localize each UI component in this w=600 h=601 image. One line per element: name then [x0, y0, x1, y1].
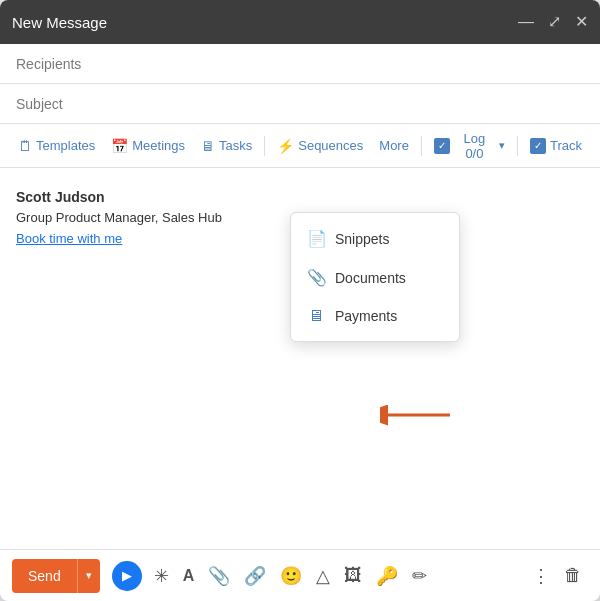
attach-button[interactable]: 📎 [202, 559, 236, 593]
more-options-button[interactable]: ⋮ [526, 559, 556, 593]
track-label: Track [550, 138, 582, 153]
window-controls: — ⤢ ✕ [518, 14, 588, 30]
tasks-button[interactable]: 🖥 Tasks [195, 134, 258, 158]
emoji-button[interactable]: 🙂 [274, 559, 308, 593]
log-checkbox-icon: ✓ [434, 138, 450, 154]
ai-button[interactable]: ✳ [148, 559, 175, 593]
link-button[interactable]: 🔗 [238, 559, 272, 593]
toolbar-divider-3 [517, 136, 518, 156]
trash-icon: 🗑 [564, 565, 582, 586]
payments-label: Payments [335, 308, 397, 324]
more-dots-icon: ⋮ [532, 565, 550, 587]
close-button[interactable]: ✕ [575, 14, 588, 30]
track-button[interactable]: ✓ Track [524, 134, 588, 158]
minimize-button[interactable]: — [518, 14, 534, 30]
snippets-label: Snippets [335, 231, 389, 247]
signature-button[interactable]: ✏ [406, 559, 433, 593]
log-button[interactable]: ✓ Log 0/0 ▾ [428, 127, 511, 165]
more-dropdown-menu: 📄 Snippets 📎 Documents 🖥 Payments [290, 212, 460, 342]
documents-label: Documents [335, 270, 406, 286]
title-bar: New Message — ⤢ ✕ [0, 0, 600, 44]
play-button[interactable]: ▶ [112, 561, 142, 591]
emoji-icon: 🙂 [280, 565, 302, 587]
tasks-icon: 🖥 [201, 138, 215, 154]
format-text-button[interactable]: A [177, 561, 201, 591]
subject-label: Subject [16, 96, 63, 112]
more-label: More [379, 138, 409, 153]
meetings-label: Meetings [132, 138, 185, 153]
compose-toolbar: 🗒 Templates 📅 Meetings 🖥 Tasks ⚡ Sequenc… [0, 124, 600, 168]
tasks-label: Tasks [219, 138, 252, 153]
send-button[interactable]: Send [12, 559, 77, 593]
sequences-label: Sequences [298, 138, 363, 153]
recipients-label: Recipients [16, 56, 81, 72]
pen-icon: ✏ [412, 565, 427, 587]
sequences-button[interactable]: ⚡ Sequences [271, 134, 369, 158]
dropdown-item-documents[interactable]: 📎 Documents [291, 258, 459, 297]
templates-label: Templates [36, 138, 95, 153]
triangle-icon: △ [316, 565, 330, 587]
maximize-button[interactable]: ⤢ [548, 14, 561, 30]
log-dropdown-icon[interactable]: ▾ [499, 139, 505, 152]
attachment-icon: 📎 [208, 565, 230, 587]
delete-button[interactable]: 🗑 [558, 559, 588, 592]
ai-icon: ✳ [154, 565, 169, 587]
meetings-icon: 📅 [111, 138, 128, 154]
link-icon: 🔗 [244, 565, 266, 587]
documents-icon: 📎 [307, 268, 325, 287]
signature-link[interactable]: Book time with me [16, 231, 122, 246]
triangle-button[interactable]: △ [310, 559, 336, 593]
token-icon: 🔑 [376, 565, 398, 587]
token-button[interactable]: 🔑 [370, 559, 404, 593]
toolbar-divider-1 [264, 136, 265, 156]
footer-toolbar: Send ▾ ▶ ✳ A 📎 🔗 🙂 △ 🖼 🔑 [0, 549, 600, 601]
text-format-icon: A [183, 567, 195, 585]
templates-icon: 🗒 [18, 138, 32, 154]
signature-name: Scott Judson [16, 186, 584, 208]
message-body[interactable]: Scott Judson Group Product Manager, Sale… [0, 168, 600, 549]
more-button[interactable]: More [373, 134, 415, 157]
dropdown-item-payments[interactable]: 🖥 Payments [291, 297, 459, 335]
sequences-icon: ⚡ [277, 138, 294, 154]
track-checkbox-icon: ✓ [530, 138, 546, 154]
pointing-arrow [380, 400, 460, 430]
payments-icon: 🖥 [307, 307, 325, 325]
window-title: New Message [12, 14, 107, 31]
templates-button[interactable]: 🗒 Templates [12, 134, 101, 158]
play-icon: ▶ [122, 568, 132, 583]
send-dropdown-button[interactable]: ▾ [77, 559, 100, 593]
send-button-group: Send ▾ [12, 559, 100, 593]
log-label: Log 0/0 [453, 131, 496, 161]
recipients-field[interactable]: Recipients [0, 44, 600, 84]
subject-field[interactable]: Subject [0, 84, 600, 124]
snippets-icon: 📄 [307, 229, 325, 248]
meetings-button[interactable]: 📅 Meetings [105, 134, 191, 158]
image-icon: 🖼 [344, 565, 362, 586]
toolbar-divider-2 [421, 136, 422, 156]
compose-window: New Message — ⤢ ✕ Recipients Subject 🗒 T… [0, 0, 600, 601]
image-button[interactable]: 🖼 [338, 559, 368, 592]
dropdown-item-snippets[interactable]: 📄 Snippets [291, 219, 459, 258]
